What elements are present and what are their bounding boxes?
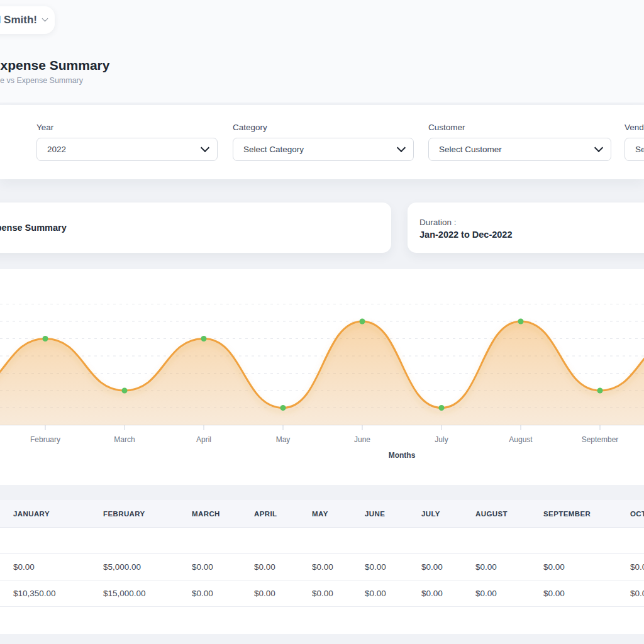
chart-point	[122, 388, 128, 394]
cell-value: $0.00	[630, 562, 644, 572]
cell-value: $0.00	[192, 589, 254, 598]
table-row: $0.00 $5,000.00 $0.00 $0.00 $0.00 $0.00 …	[0, 554, 644, 580]
greeting-text: Hi, Rachel Smith!	[0, 14, 37, 26]
duration-label: Duration :	[419, 218, 457, 227]
cell-value: $0.00	[421, 562, 475, 572]
duration-card: Duration : Jan-2022 to Dec-2022	[408, 203, 644, 253]
category-filter-group: Category Select Category	[233, 123, 414, 161]
cell-value: $0.00	[365, 589, 421, 598]
column-header-january: JANUARY	[13, 510, 103, 518]
cell-value: $0.00	[254, 562, 312, 572]
customer-filter-label: Customer	[428, 123, 611, 132]
table-group-row	[0, 607, 644, 634]
user-menu-button[interactable]: Hi, Rachel Smith!	[0, 6, 55, 34]
category-select[interactable]: Select Category	[233, 138, 414, 161]
year-select[interactable]: 2022	[36, 138, 218, 161]
chart-point	[439, 405, 445, 411]
cell-value: $0.00	[312, 589, 365, 598]
year-select-value: 2022	[47, 145, 66, 154]
vendor-select[interactable]: Select Vendor	[625, 138, 644, 161]
vendor-select-value: Select Vendor	[635, 145, 644, 154]
chart-point	[201, 336, 207, 341]
vendor-filter-label: Vendor	[625, 123, 644, 132]
x-axis-title: Months	[389, 451, 416, 460]
cell-value: $0.00	[543, 562, 630, 572]
table-row: $10,350.00 $15,000.00 $0.00 $0.00 $0.00 …	[0, 580, 644, 607]
cell-value: $0.00	[421, 589, 475, 598]
report-title: Income vs Expense Summary	[0, 223, 67, 233]
top-header-band: Hi, Rachel Smith! Income vs Expense Summ…	[0, 0, 644, 103]
x-axis-label: April	[196, 435, 211, 444]
category-select-value: Select Category	[243, 145, 304, 154]
cell-value: $0.00	[192, 562, 254, 572]
cell-value: $10,350.00	[13, 589, 103, 598]
cell-value: $0.00	[13, 562, 103, 572]
column-header-august: AUGUST	[475, 510, 543, 518]
year-filter-group: Year 2022	[36, 123, 218, 161]
x-axis-label: March	[114, 435, 135, 444]
x-axis-label: July	[435, 435, 448, 444]
column-header-may: MAY	[312, 510, 365, 518]
x-axis-label: February	[30, 435, 60, 444]
cell-value: $15,000.00	[103, 589, 192, 598]
chart-point	[597, 388, 603, 394]
chart-point	[43, 336, 48, 341]
vendor-filter-group: Vendor Select Vendor	[625, 123, 644, 161]
filters-panel: Year 2022 Category Select Category Custo…	[0, 105, 644, 179]
customer-filter-group: Customer Select Customer	[428, 123, 611, 161]
duration-value: Jan-2022 to Dec-2022	[419, 230, 513, 240]
x-axis-label: August	[509, 435, 533, 444]
chart-point	[518, 319, 524, 325]
chevron-down-icon	[594, 143, 603, 152]
x-axis-label: May	[276, 435, 291, 444]
chevron-down-icon	[42, 16, 48, 22]
customer-select-value: Select Customer	[439, 145, 502, 154]
column-header-march: MARCH	[192, 510, 254, 518]
column-header-june: JUNE	[365, 510, 421, 518]
cell-value: $0.00	[365, 562, 421, 572]
cell-value: $0.00	[475, 562, 543, 572]
table-header-row: JANUARY FEBRUARY MARCH APRIL MAY JUNE JU…	[0, 500, 644, 528]
column-header-april: APRIL	[254, 510, 312, 518]
column-header-february: FEBRUARY	[103, 510, 192, 518]
cell-value: $0.00	[475, 589, 543, 598]
cell-value: $0.00	[630, 589, 644, 598]
customer-select[interactable]: Select Customer	[428, 138, 611, 161]
year-filter-label: Year	[36, 123, 218, 132]
chart-point	[360, 319, 365, 325]
dashboard-page: Hi, Rachel Smith! Income vs Expense Summ…	[0, 0, 644, 644]
x-axis-label: June	[354, 435, 370, 444]
report-summary-card: Income vs Expense Summary	[0, 203, 391, 253]
cell-value: $0.00	[254, 589, 312, 598]
category-filter-label: Category	[233, 123, 414, 132]
cell-value: $0.00	[312, 562, 365, 572]
monthly-table-panel: JANUARY FEBRUARY MARCH APRIL MAY JUNE JU…	[0, 500, 644, 634]
cell-value: $5,000.00	[103, 562, 192, 572]
chart-point	[280, 405, 286, 411]
column-header-september: SEPTEMBER	[543, 510, 630, 518]
x-axis-label: September	[582, 435, 619, 444]
chevron-down-icon	[397, 143, 406, 152]
cell-value: $0.00	[543, 589, 630, 598]
column-header-october: OCTOBER	[630, 510, 644, 518]
column-header-july: JULY	[421, 510, 475, 518]
chevron-down-icon	[201, 143, 209, 152]
page-title: Income vs Expense Summary	[0, 58, 109, 73]
table-group-row	[0, 528, 644, 554]
income-expense-chart: JanuaryFebruaryMarchAprilMayJuneJulyAugu…	[0, 269, 644, 485]
page-subtitle: Income vs Expense Summary	[0, 76, 83, 85]
